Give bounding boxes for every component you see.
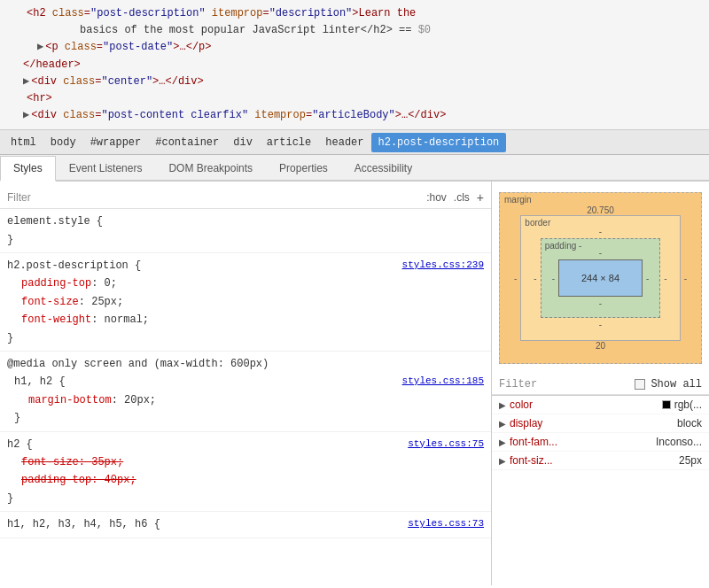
rule-closing-media: } (7, 409, 484, 427)
bm-margin-label: margin (504, 195, 532, 205)
computed-prop-font-size: font-siz... (510, 454, 679, 467)
bm-border-top: - (530, 227, 670, 236)
color-swatch (662, 400, 671, 409)
arrow-div-post[interactable]: ▶ (23, 107, 29, 124)
source-h2pd[interactable]: styles.css:239 (402, 257, 484, 274)
prop-font-size-strikethrough: font-size: 35px; (7, 453, 484, 471)
dom-line-h2-cont: basics of the most popular JavaScript li… (9, 22, 700, 39)
rule-closing-h2: } (7, 490, 484, 507)
bm-border-right: - (660, 274, 670, 283)
computed-prop-font-family: font-fam... (510, 436, 656, 448)
bm-padding-row: - 244 × 84 - (549, 259, 653, 297)
prop-padding-top-strikethrough: padding-top: 40px; (7, 471, 484, 489)
rule-h2: h2 { styles.css:75 font-size: 35px; padd… (0, 432, 491, 513)
bm-margin-bottom: 20 (510, 341, 690, 351)
dom-line-h2[interactable]: <h2 class="post-description" itemprop="d… (9, 5, 700, 22)
arrow-p[interactable]: ▶ (37, 39, 43, 56)
rule-selector-h2pd: h2.post-description { styles.css:239 (7, 257, 484, 275)
prop-font-size: font-size: 25px; (7, 293, 484, 311)
computed-item-font-size[interactable]: ▶ font-siz... 25px (492, 452, 709, 470)
bm-border-row: - padding - - - 244 × 84 (530, 238, 670, 318)
bm-padding-right: - (643, 274, 652, 283)
expand-font-family-icon[interactable]: ▶ (499, 437, 506, 447)
bm-border-left: - (530, 274, 540, 283)
h2-tag: <h2 class="post-description" itemprop="d… (27, 5, 416, 22)
expand-display-icon[interactable]: ▶ (499, 419, 506, 429)
computed-item-color[interactable]: ▶ color rgb(... (492, 396, 709, 414)
computed-item-font-family[interactable]: ▶ font-fam... Inconso... (492, 433, 709, 452)
computed-prop-display: display (510, 417, 677, 429)
add-style-button[interactable]: + (477, 190, 484, 205)
dom-line-hr: <hr> (9, 90, 700, 107)
filter-bar: Filter :hov .cls + (0, 187, 491, 209)
bm-padding: padding - - - 244 × 84 - (541, 238, 661, 318)
breadcrumb-div[interactable]: div (226, 133, 260, 152)
bm-border-label: border (525, 218, 550, 228)
prop-font-weight: font-weight: normal; (7, 311, 484, 329)
prop-margin-bottom: margin-bottom: 20px; (7, 391, 484, 409)
tab-dom-breakpoints[interactable]: DOM Breakpoints (155, 156, 266, 180)
bm-margin-right: - (681, 274, 690, 283)
breadcrumb-html[interactable]: html (4, 133, 43, 152)
breadcrumb-container[interactable]: #container (148, 133, 226, 152)
expand-font-size-icon[interactable]: ▶ (499, 456, 506, 466)
computed-filter-bar: Filter Show all (492, 375, 709, 395)
rule-h2-post-description: h2.post-description { styles.css:239 pad… (0, 253, 491, 352)
source-media[interactable]: styles.css:185 (402, 373, 484, 390)
bm-border: border - - padding - - - (520, 215, 680, 341)
tab-accessibility[interactable]: Accessibility (341, 156, 425, 180)
box-model-pane: margin 20.750 - border - - pad (492, 182, 709, 375)
box-model-container: margin 20.750 - border - - pad (499, 192, 702, 364)
source-h2[interactable]: styles.css:75 (408, 436, 484, 453)
rule-selector-h1h6: h1, h2, h3, h4, h5, h6 { styles.css:73 (7, 515, 484, 533)
bm-padding-bottom: - (549, 298, 653, 308)
breadcrumb-article[interactable]: article (260, 133, 318, 152)
tab-styles[interactable]: Styles (0, 156, 56, 182)
cls-button[interactable]: .cls (454, 191, 470, 204)
rule-media: @media only screen and (max-width: 600px… (0, 352, 491, 432)
bm-content: 244 × 84 (558, 259, 643, 297)
computed-pane: ▶ color rgb(... ▶ display block ▶ font-f… (492, 395, 709, 470)
bm-margin-top: 20.750 (510, 205, 690, 215)
bm-padding-label: padding - (545, 241, 582, 251)
breadcrumb-h2[interactable]: h2.post-description (371, 133, 507, 152)
show-all-checkbox[interactable] (635, 379, 645, 390)
media-query-line: @media only screen and (max-width: 600px… (7, 355, 484, 373)
expand-color-icon[interactable]: ▶ (499, 400, 506, 410)
computed-item-display[interactable]: ▶ display block (492, 414, 709, 433)
dom-line-div-center[interactable]: ▶ <div class="center">…</div> (9, 74, 700, 90)
dom-line-header-close: </header> (9, 57, 700, 74)
breadcrumb-header[interactable]: header (318, 133, 370, 152)
rule-selector-h2: h2 { styles.css:75 (7, 436, 484, 453)
bm-content-size: 244 × 84 (581, 273, 619, 283)
bm-border-bottom: - (530, 320, 670, 329)
show-all-label[interactable]: Show all (651, 378, 702, 391)
bm-margin-row: - border - - padding - - (510, 215, 690, 341)
arrow-div-center[interactable]: ▶ (23, 74, 29, 90)
tabs-bar: Styles Event Listeners DOM Breakpoints P… (0, 155, 709, 182)
bm-padding-left: - (549, 274, 558, 283)
computed-val-font-family: Inconso... (656, 436, 702, 448)
bm-margin-left: - (510, 274, 520, 283)
tab-event-listeners[interactable]: Event Listeners (56, 156, 156, 180)
prop-padding-top: padding-top: 0; (7, 275, 484, 292)
bm-margin: margin 20.750 - border - - pad (499, 192, 702, 364)
breadcrumb-wrapper[interactable]: #wrapper (83, 133, 149, 152)
computed-val-display: block (677, 417, 702, 429)
hov-button[interactable]: :hov (426, 191, 447, 204)
dom-line-div-post[interactable]: ▶ <div class="post-content clearfix" ite… (9, 107, 700, 124)
breadcrumb-body[interactable]: body (43, 133, 83, 152)
tab-properties[interactable]: Properties (266, 156, 341, 180)
right-pane: margin 20.750 - border - - pad (492, 182, 709, 585)
computed-val-font-size: 25px (679, 454, 702, 467)
dom-line-p[interactable]: ▶ <p class="post-date">…</p> (9, 39, 700, 56)
computed-prop-color: color (510, 398, 662, 411)
main-panel: Filter :hov .cls + element.style { } h2.… (0, 182, 709, 585)
dom-tree: <h2 class="post-description" itemprop="d… (0, 0, 709, 130)
computed-val-color: rgb(... (674, 398, 702, 411)
rule-h1-h6: h1, h2, h3, h4, h5, h6 { styles.css:73 (0, 512, 491, 538)
rule-closing-element: } (7, 231, 484, 249)
source-h1h6[interactable]: styles.css:73 (408, 515, 484, 532)
rule-selector-element: element.style { (7, 213, 484, 230)
rule-element-style: element.style { } (0, 209, 491, 253)
